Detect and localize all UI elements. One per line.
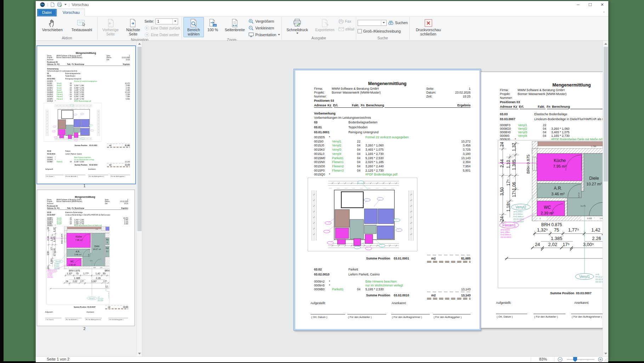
preview-canvas[interactable]: MengenermittlungFirma:MWM Software & Ber…: [142, 41, 608, 356]
zoom-out-button[interactable]: [558, 357, 563, 362]
col-header: Erl.: [57, 63, 60, 65]
druckvorschau-schliessen-button[interactable]: Druckvorschau schließen: [411, 17, 446, 37]
bereich-waehlen-button[interactable]: Bereich wählen: [183, 17, 204, 37]
header-value: 15:25: [124, 203, 129, 205]
svg-text:17⁵: 17⁵: [80, 280, 84, 283]
close-button[interactable]: ✕: [596, 1, 608, 8]
svg-text:17⁵: 17⁵: [50, 247, 53, 250]
row-fakt: 22: [543, 123, 546, 127]
document-page-2[interactable]: MengenermittlungFirma:MWM Software & Ber…: [481, 72, 608, 328]
scroll-up-icon[interactable]: [137, 41, 142, 46]
vorherige-seite-button[interactable]: Vorherige Seite: [99, 17, 122, 37]
tab-vorschau[interactable]: Vorschau: [57, 9, 85, 17]
row-erl: Parkett1: [332, 156, 343, 160]
zoom-100-button[interactable]: 100 100 %: [205, 17, 221, 33]
verkleinern-button[interactable]: Verkleinern: [249, 25, 280, 31]
col-header: Berechnung: [75, 207, 84, 209]
quick-print-icon[interactable]: [57, 2, 62, 7]
scroll-down-icon[interactable]: [137, 351, 142, 356]
row-ergebnis: 5,801: [463, 169, 471, 172]
thumbnail-page-content[interactable]: MengenermittlungFirma:MWM Software & Ber…: [37, 46, 135, 183]
signature-label: ( Für den Auftragnehmer ): [88, 176, 104, 178]
minimize-button[interactable]: ─: [572, 1, 584, 8]
col-header: Adresse: [47, 207, 53, 209]
scrollbar-thumb[interactable]: [137, 47, 142, 231]
svg-text:1,42: 1,42: [96, 272, 101, 275]
col-header: Adresse: [47, 63, 53, 65]
resize-grip-icon[interactable]: [604, 358, 608, 362]
svg-text:1.385: 1.385: [551, 236, 563, 241]
svg-text:Venyl2: Venyl2: [55, 260, 61, 262]
eine-datei-weiter-button[interactable]: Eine Datei weiter: [144, 32, 180, 38]
position-code: 03.03.0007: [500, 117, 515, 121]
exportieren-button[interactable]: Exportieren: [312, 17, 338, 33]
schnelldruck-button[interactable]: Schnelldruck: [283, 17, 312, 35]
search-input[interactable]: [358, 20, 387, 26]
svg-text:Küche: Küche: [554, 158, 566, 163]
position-text: Liefern Parkett, Casino: [65, 153, 82, 155]
textauswahl-button[interactable]: Textauswahl: [68, 17, 96, 33]
row-erl: Fliesen3: [332, 169, 344, 172]
eine-datei-zurueck-button[interactable]: Eine Datei zurück: [144, 25, 180, 31]
row-adresse: 0015L0: [47, 89, 52, 91]
fax-button[interactable]: Fax: [338, 18, 354, 24]
maximize-button[interactable]: ☐: [584, 1, 596, 8]
seite-dropdown-icon[interactable]: [172, 19, 178, 24]
vergroessern-button[interactable]: Vergrößern: [249, 18, 280, 24]
col-header: Erl.: [57, 207, 60, 209]
svg-text:3.46 m²: 3.46 m²: [551, 192, 565, 196]
row-ergebnis: 13,143: [461, 156, 471, 160]
svg-text:F=2,394m²: F=2,394m²: [501, 234, 511, 236]
new-document-icon[interactable]: [50, 2, 55, 7]
suchen-button[interactable]: Suchen: [388, 20, 408, 25]
search-dropdown-icon[interactable]: [381, 20, 386, 26]
thumbnail-page-content[interactable]: MengenermittlungFirma:MWM Software & Ber…: [37, 190, 133, 325]
row-fakt: 22: [357, 140, 360, 143]
header-value: MWM Software & Beratung GmbH: [56, 199, 81, 200]
anerkannt-label: Anerkannt:: [86, 311, 94, 313]
panel-vertical-scrollbar[interactable]: [136, 41, 142, 356]
svg-text:1,06: 1,06: [53, 248, 56, 253]
seite-input[interactable]: 1: [155, 18, 178, 24]
tab-datei[interactable]: Datei: [37, 9, 57, 16]
scrollbar-thumb[interactable]: [604, 47, 608, 182]
floorplan-container: Küche7.95 m²Diele10.27 m²A.R.3.46 m²WC2.…: [46, 226, 109, 305]
document-page-1[interactable]: MengenermittlungFirma:MWM Software & Ber…: [295, 71, 479, 329]
svg-text:24: 24: [535, 242, 540, 247]
seitenbreite-button[interactable]: Seitenbreite: [222, 17, 248, 33]
row-fakt: 04: [70, 85, 72, 86]
header-label: Nummer:: [47, 203, 54, 205]
status-bar: Seite 1 von 2 83%: [36, 356, 608, 362]
col-header: Adresse: [314, 104, 326, 107]
col-header: Adresse: [500, 105, 512, 108]
svg-text:1.760: 1.760: [591, 145, 596, 147]
scroll-up-icon[interactable]: [603, 41, 608, 46]
zoom-in-button[interactable]: [598, 357, 603, 362]
position-text: Elastische Bodenbeläge: [65, 211, 82, 213]
scroll-down-icon[interactable]: [603, 351, 608, 356]
main-vertical-scrollbar[interactable]: [603, 41, 608, 356]
row-fakt: 04: [70, 91, 72, 93]
header-label: Projekt:: [47, 201, 53, 202]
col-header: Ergebnis: [123, 63, 130, 65]
praesentation-button[interactable]: Präsentation: [249, 32, 280, 38]
email-button[interactable]: eMail: [338, 26, 354, 32]
thumbnail-page-1[interactable]: MengenermittlungFirma:MWM Software & Ber…: [36, 45, 136, 184]
qat-dropdown-icon[interactable]: [64, 4, 67, 5]
verschieben-button[interactable]: Verschieben: [38, 17, 67, 33]
thumbnail-page-2[interactable]: MengenermittlungFirma:MWM Software & Ber…: [37, 190, 135, 326]
preview-content: MengenermittlungFirma:MWM Software & Ber…: [36, 41, 608, 356]
naechste-seite-button[interactable]: Nächste Seite: [122, 17, 144, 37]
gross-klein-checkbox-row[interactable]: Groß-/Kleinschreibung: [358, 28, 408, 34]
position-code: 03.01: [314, 125, 322, 129]
row-adresse: 0015N0: [314, 160, 325, 164]
svg-text:1.760: 1.760: [96, 229, 98, 230]
sum-code: 03.01.0001: [394, 257, 409, 260]
page-2-wrap[interactable]: MengenermittlungFirma:MWM Software & Ber…: [481, 72, 608, 328]
ribbon-collapse-icon[interactable]: ⌃: [603, 11, 605, 15]
signature-label: ( Ort, Datum ): [497, 315, 513, 319]
checkbox-icon[interactable]: [358, 29, 362, 33]
signature-label: ( Für den Auftraggeber ): [110, 176, 125, 178]
row-ergebnis: 3,725: [126, 87, 130, 89]
page-1-selection[interactable]: MengenermittlungFirma:MWM Software & Ber…: [294, 69, 481, 330]
